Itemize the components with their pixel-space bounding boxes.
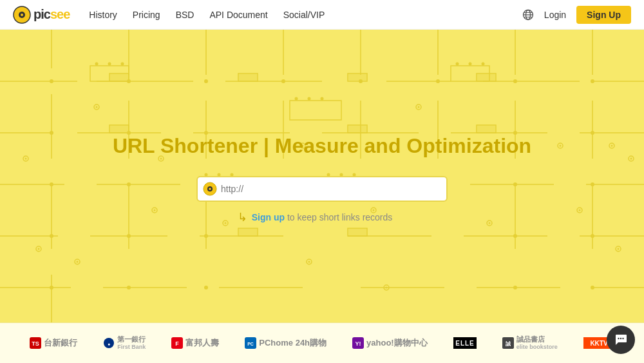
signup-button[interactable]: Sign Up xyxy=(576,6,631,24)
hero-content: URL Shortener | Measure and Optimization… xyxy=(0,134,644,222)
partners-bar: TS 台新銀行 ● 第一銀行First Bank F 富邦人壽 PC PChom… xyxy=(0,322,644,363)
signup-prompt-link[interactable]: Sign up xyxy=(252,212,285,222)
partner-logo-elle: ELLE xyxy=(453,337,477,349)
svg-text:誠: 誠 xyxy=(506,340,511,347)
elle-icon: ELLE xyxy=(453,337,477,349)
svg-text:F: F xyxy=(176,340,180,347)
chat-icon xyxy=(614,333,628,347)
logo[interactable]: picsee xyxy=(13,6,70,24)
svg-text:PC: PC xyxy=(247,342,254,346)
navbar: picsee History Pricing BSD API Document … xyxy=(0,0,644,30)
nav-right: Login Sign Up xyxy=(522,6,631,24)
partner-logo-firstbank: ● 第一銀行First Bank xyxy=(103,335,146,351)
signup-prompt: Sign up to keep short links records xyxy=(252,212,393,222)
url-input-wrapper xyxy=(196,176,448,202)
firstbank-icon: ● xyxy=(103,337,115,349)
pchome-icon: PC xyxy=(245,337,256,349)
svg-point-28 xyxy=(620,338,621,339)
svg-point-27 xyxy=(618,338,619,339)
partner-logo-tsb: TS 台新銀行 xyxy=(30,337,77,349)
nav-item-social-vip[interactable]: Social/VIP xyxy=(283,10,325,20)
nav-item-history[interactable]: History xyxy=(89,10,117,20)
svg-text:Y!: Y! xyxy=(355,340,361,347)
nav-item-api-document[interactable]: API Document xyxy=(209,10,267,20)
partner-logo-eslite: 誠 誠品書店elite bookstore xyxy=(502,335,558,351)
login-button[interactable]: Login xyxy=(544,10,566,20)
svg-point-10 xyxy=(209,188,211,190)
logo-pic-text: pic xyxy=(33,7,50,21)
tsb-icon: TS xyxy=(30,337,41,349)
arrow-icon: ↳ xyxy=(238,210,247,224)
signup-prompt-wrapper: ↳ Sign up to keep short links records xyxy=(252,212,393,222)
hero-section: URL Shortener | Measure and Optimization… xyxy=(0,30,644,326)
signup-prompt-text: to keep short links records xyxy=(285,212,392,222)
chat-bubble[interactable] xyxy=(607,326,635,354)
partner-logo-pchome: PC PChome 24h購物 xyxy=(245,337,327,349)
language-button[interactable] xyxy=(522,9,534,21)
camera-icon xyxy=(203,182,217,196)
partner-logo-fubon: F 富邦人壽 xyxy=(171,337,219,349)
globe-icon xyxy=(522,9,534,21)
svg-text:KKTV: KKTV xyxy=(590,340,608,347)
fubon-icon: F xyxy=(171,337,183,349)
yahoo-icon: Y! xyxy=(352,337,364,349)
nav-links: History Pricing BSD API Document Social/… xyxy=(89,10,522,20)
partner-logo-yahoo: Y! yahoo!購物中心 xyxy=(352,337,428,349)
logo-see-text: see xyxy=(50,7,70,21)
url-input[interactable] xyxy=(196,176,448,202)
eslite-icon: 誠 xyxy=(502,337,514,349)
nav-item-pricing[interactable]: Pricing xyxy=(133,10,160,20)
svg-text:●: ● xyxy=(108,342,110,346)
nav-item-bsd[interactable]: BSD xyxy=(176,10,194,20)
svg-point-2 xyxy=(21,14,23,16)
svg-text:TS: TS xyxy=(32,340,40,347)
hero-title: URL Shortener | Measure and Optimization xyxy=(113,134,531,158)
svg-point-29 xyxy=(622,338,623,339)
svg-text:ELLE: ELLE xyxy=(455,340,475,347)
